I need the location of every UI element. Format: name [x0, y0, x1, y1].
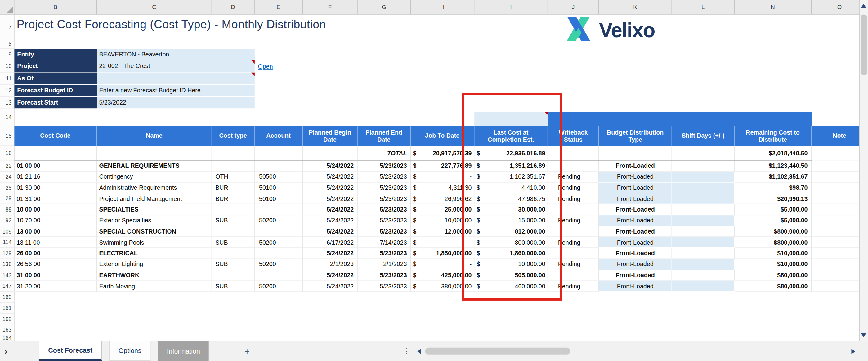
- cell-143-remaining-cost[interactable]: $80,000.00: [735, 270, 811, 281]
- cell-16-shift-days[interactable]: [672, 146, 735, 160]
- cell-16-cost-type[interactable]: [212, 146, 254, 160]
- cell-22-shift-days[interactable]: [672, 160, 735, 171]
- table-header-budget-distribution-type[interactable]: Budget Distribution Type: [599, 126, 672, 146]
- row-header-25[interactable]: 25: [0, 183, 14, 193]
- cell-136-job-to-date[interactable]: $-: [411, 259, 474, 270]
- cell-24-budget-distribution-type[interactable]: Front-Loaded: [599, 171, 672, 183]
- cell-29-cost-type[interactable]: BUR: [212, 193, 254, 204]
- cell-88-planned-end-date[interactable]: 5/23/2023: [358, 204, 411, 215]
- cell-147-shift-days[interactable]: [672, 281, 735, 292]
- cell-25-name[interactable]: Administrative Requirements: [97, 183, 212, 193]
- cell-24-remaining-cost[interactable]: $1,102,351.67: [735, 171, 811, 183]
- column-header-L[interactable]: L: [672, 0, 735, 14]
- cell-114-shift-days[interactable]: [672, 237, 735, 248]
- cell-147-writeback-status[interactable]: Pending: [548, 281, 599, 292]
- cell-129-writeback-status[interactable]: [548, 248, 599, 259]
- cell-29-last-cost[interactable]: $47,986.75: [474, 193, 548, 204]
- cell-143-cost-type[interactable]: [212, 270, 254, 281]
- cell-129-cost-code[interactable]: 26 00 00: [14, 248, 97, 259]
- table-header-remaining-cost-to-distribute[interactable]: Remaining Cost to Distribute: [735, 126, 811, 146]
- row-header-12[interactable]: 12: [0, 85, 14, 97]
- cell-147-planned-begin-date[interactable]: 5/24/2022: [303, 281, 358, 292]
- cell-147-planned-end-date[interactable]: 5/23/2023: [358, 281, 411, 292]
- cell-16-cost-code[interactable]: [14, 146, 97, 160]
- vertical-scrollbar[interactable]: [859, 0, 868, 341]
- row-header-14[interactable]: 14: [0, 108, 14, 126]
- cell-25-account[interactable]: 50100: [255, 183, 303, 193]
- cell-136-remaining-cost[interactable]: $10,000.00: [735, 259, 811, 270]
- cell-25-writeback-status[interactable]: Pending: [548, 183, 599, 193]
- cell-129-name[interactable]: ELECTRICAL: [97, 248, 212, 259]
- row-header-92[interactable]: 92: [0, 215, 14, 226]
- cell-136-cost-type[interactable]: SUB: [212, 259, 254, 270]
- cell-16-name[interactable]: [97, 146, 212, 160]
- cell-109-writeback-status[interactable]: [548, 226, 599, 237]
- cell-129-shift-days[interactable]: [672, 248, 735, 259]
- cell-129-cost-type[interactable]: [212, 248, 254, 259]
- table-header-writeback-status[interactable]: Writeback Status: [548, 126, 599, 146]
- cell-114-last-cost[interactable]: $800,000.00: [474, 237, 548, 248]
- cell-24-last-cost[interactable]: $1,102,351.67: [474, 171, 548, 183]
- cell-16-account[interactable]: [255, 146, 303, 160]
- entity-value[interactable]: BEAVERTON - Beaverton: [97, 49, 255, 60]
- cell-88-shift-days[interactable]: [672, 204, 735, 215]
- cell-136-planned-begin-date[interactable]: 2/1/2023: [303, 259, 358, 270]
- cell-29-planned-end-date[interactable]: 5/23/2023: [358, 193, 411, 204]
- cell-114-planned-begin-date[interactable]: 6/17/2022: [303, 237, 358, 248]
- row-header-10[interactable]: 10: [0, 61, 14, 73]
- table-header-name[interactable]: Name: [97, 126, 212, 146]
- column-header-D[interactable]: D: [212, 0, 254, 14]
- cell-136-account[interactable]: 50200: [255, 259, 303, 270]
- cell-92-name[interactable]: Exterior Specialties: [97, 215, 212, 226]
- tab-cost-forecast[interactable]: Cost Forecast: [39, 341, 102, 361]
- cell-147-name[interactable]: Earth Moving: [97, 281, 212, 292]
- table-header-last-cost-at-completion-est[interactable]: Last Cost at Completion Est.: [474, 126, 548, 146]
- cell-143-planned-end-date[interactable]: 5/23/2023: [358, 270, 411, 281]
- row-header-22[interactable]: 22: [0, 160, 14, 171]
- total-job-to-date[interactable]: $20,917,576.39: [411, 146, 474, 160]
- row-header-16[interactable]: 16: [0, 146, 14, 160]
- cell-109-account[interactable]: [255, 226, 303, 237]
- cell-25-planned-begin-date[interactable]: 5/24/2022: [303, 183, 358, 193]
- row-header-114[interactable]: 114: [0, 237, 14, 248]
- cell-92-cost-code[interactable]: 10 70 00: [14, 215, 97, 226]
- cell-92-job-to-date[interactable]: $10,000.00: [411, 215, 474, 226]
- cell-143-budget-distribution-type[interactable]: Front-Loaded: [599, 270, 672, 281]
- cell-136-writeback-status[interactable]: Pending: [548, 259, 599, 270]
- cell-129-account[interactable]: [255, 248, 303, 259]
- cell-114-cost-type[interactable]: SUB: [212, 237, 254, 248]
- cell-88-job-to-date[interactable]: $25,000.00: [411, 204, 474, 215]
- row-header-162[interactable]: 162: [0, 314, 14, 324]
- cell-22-planned-begin-date[interactable]: 5/24/2022: [303, 160, 358, 171]
- cell-25-cost-code[interactable]: 01 30 00: [14, 183, 97, 193]
- cell-24-account[interactable]: 50500: [255, 171, 303, 183]
- hscroll-left-arrow-icon[interactable]: [417, 349, 421, 354]
- cell-29-budget-distribution-type[interactable]: Front-Loaded: [599, 193, 672, 204]
- vscroll-thumb[interactable]: [861, 14, 867, 75]
- cell-109-name[interactable]: SPECIAL CONSTRUCTION: [97, 226, 212, 237]
- row-header-8[interactable]: 8: [0, 39, 14, 49]
- cell-143-shift-days[interactable]: [672, 270, 735, 281]
- cell-88-writeback-status[interactable]: [548, 204, 599, 215]
- cell-22-planned-end-date[interactable]: 5/23/2023: [358, 160, 411, 171]
- hscroll-thumb[interactable]: [425, 348, 570, 355]
- cell-92-account[interactable]: 50200: [255, 215, 303, 226]
- cell-129-last-cost[interactable]: $1,860,000.00: [474, 248, 548, 259]
- cell-24-cost-code[interactable]: 01 21 16: [14, 171, 97, 183]
- cell-22-budget-distribution-type[interactable]: Front-Loaded: [599, 160, 672, 171]
- cell-136-planned-end-date[interactable]: 2/1/2023: [358, 259, 411, 270]
- cell-147-cost-type[interactable]: SUB: [212, 281, 254, 292]
- cell-29-job-to-date[interactable]: $26,996.62: [411, 193, 474, 204]
- cell-109-budget-distribution-type[interactable]: Front-Loaded: [599, 226, 672, 237]
- tab-overflow-icon[interactable]: ⋮: [403, 341, 410, 361]
- cell-143-planned-begin-date[interactable]: 5/24/2022: [303, 270, 358, 281]
- cell-114-budget-distribution-type[interactable]: Front-Loaded: [599, 237, 672, 248]
- cell-92-planned-begin-date[interactable]: 5/24/2022: [303, 215, 358, 226]
- cell-147-remaining-cost[interactable]: $80,000.00: [735, 281, 811, 292]
- cell-109-last-cost[interactable]: $812,000.00: [474, 226, 548, 237]
- cell-143-account[interactable]: [255, 270, 303, 281]
- column-header-K[interactable]: K: [599, 0, 672, 14]
- cell-24-planned-begin-date[interactable]: 5/24/2022: [303, 171, 358, 183]
- cell-88-planned-begin-date[interactable]: 5/24/2022: [303, 204, 358, 215]
- cell-114-job-to-date[interactable]: $-: [411, 237, 474, 248]
